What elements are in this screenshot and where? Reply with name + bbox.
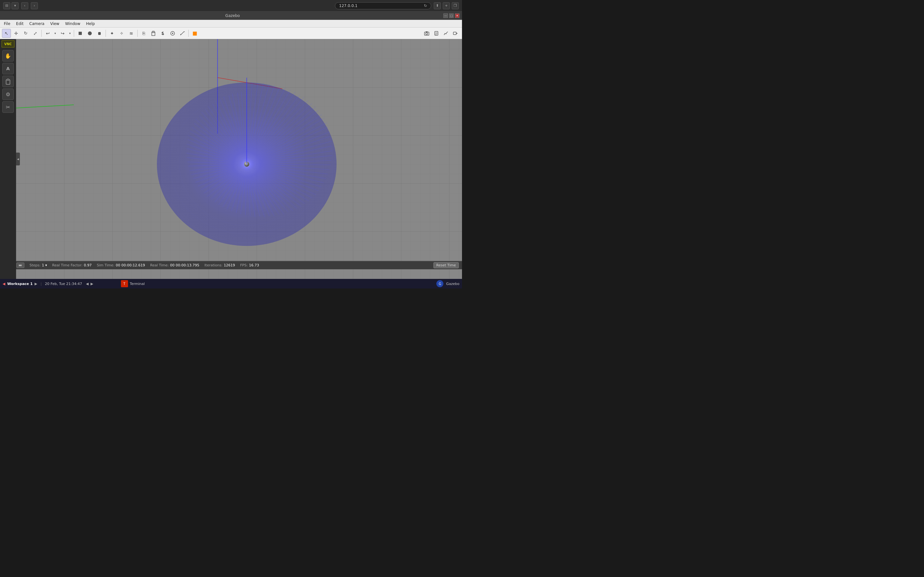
svg-rect-15 <box>426 31 428 32</box>
vnc-logo-text: VNC <box>4 42 11 46</box>
snap-button[interactable] <box>168 29 177 38</box>
svg-line-10 <box>181 32 184 35</box>
translate-tool-button[interactable]: ✛ <box>11 29 21 38</box>
screenshot-button[interactable] <box>422 29 431 38</box>
sim-time-item: Sim Time: 00 00:00:12.619 <box>97 263 145 268</box>
taskbar-left-arrow[interactable]: ◀ <box>3 282 5 286</box>
redo-dropdown-button[interactable]: ▾ <box>68 29 72 38</box>
new-tab-button[interactable]: + <box>443 2 450 9</box>
spot-light-button[interactable]: ✧ <box>117 29 126 38</box>
realtime-factor-label: Real Time Factor: <box>52 263 83 268</box>
orange-button[interactable]: ■ <box>190 29 199 38</box>
align-button[interactable] <box>158 29 168 38</box>
taskbar-nav-prev[interactable]: ◀ <box>86 282 89 286</box>
taskbar-center: T Terminal <box>121 280 145 287</box>
lidar-visualization <box>150 77 343 251</box>
close-button[interactable]: ✕ <box>455 13 459 18</box>
vnc-tools-button[interactable]: ✂ <box>2 101 14 113</box>
taskbar-gazebo-icon[interactable]: G <box>436 280 443 287</box>
measure-button[interactable] <box>178 29 187 38</box>
windows-button[interactable]: ❐ <box>452 2 459 9</box>
rotate-tool-button[interactable]: ↻ <box>21 29 30 38</box>
share-button[interactable]: ⬆ <box>434 2 441 9</box>
vnc-clipboard-button[interactable] <box>2 76 14 87</box>
taskbar-datetime: 20 Feb, Tue 21:34:47 <box>45 282 82 286</box>
gazebo-window-title: Gazebo <box>22 13 443 18</box>
vnc-text-button[interactable]: A <box>2 63 14 74</box>
menu-edit[interactable]: Edit <box>13 21 26 27</box>
real-time-value: 00 00:00:13.795 <box>170 263 199 268</box>
insert-sphere-button[interactable] <box>86 29 94 38</box>
viewport-3d[interactable] <box>16 39 462 279</box>
dropdown-button[interactable]: ▾ <box>11 2 19 9</box>
svg-rect-0 <box>79 32 82 35</box>
vnc-collapse-button[interactable]: ◀ <box>16 153 20 165</box>
undo-button[interactable]: ↩ <box>43 29 52 38</box>
svg-rect-7 <box>162 34 164 35</box>
svg-point-9 <box>172 33 173 34</box>
browser-toolbar-right: ⬆ + ❐ <box>434 2 459 9</box>
step-button[interactable]: ⏭ <box>16 263 24 268</box>
paste-button[interactable] <box>149 29 158 38</box>
video-button[interactable] <box>451 29 460 38</box>
menu-file[interactable]: File <box>1 21 13 27</box>
svg-rect-4 <box>152 31 154 33</box>
browser-nav-buttons: ⊟ ▾ <box>3 2 19 9</box>
scale-tool-button[interactable]: ⤢ <box>31 29 40 38</box>
point-light-button[interactable]: ✦ <box>107 29 116 38</box>
insert-cylinder-button[interactable] <box>95 29 104 38</box>
redo-button[interactable]: ↪ <box>58 29 67 38</box>
undo-dropdown-button[interactable]: ▾ <box>53 29 57 38</box>
real-time-label: Real Time: <box>150 263 169 268</box>
fps-label: FPS: <box>240 263 248 268</box>
back-button[interactable]: ‹ <box>21 2 28 9</box>
svg-rect-6 <box>162 32 163 33</box>
svg-rect-2 <box>98 32 101 35</box>
plot-button[interactable] <box>441 29 451 38</box>
vnc-sidebar: VNC ✋ A ⚙ ✂ ◀ <box>0 39 16 279</box>
menu-camera[interactable]: Camera <box>27 21 47 27</box>
window-controls: — □ ✕ <box>443 13 459 18</box>
vnc-settings-button[interactable]: ⚙ <box>2 89 14 100</box>
svg-point-1 <box>88 31 92 35</box>
address-text: 127.0.0.1 <box>339 3 357 8</box>
realtime-factor-value: 0.97 <box>84 263 92 268</box>
fps-item: FPS: 16.73 <box>240 263 259 268</box>
steps-value: 1 ▾ <box>42 263 47 268</box>
gazebo-menubar: File Edit Camera View Window Help <box>0 20 462 27</box>
taskbar-terminal-icon[interactable]: T <box>121 280 128 287</box>
taskbar-nav-next[interactable]: ▶ <box>90 282 93 286</box>
refresh-icon[interactable]: ↻ <box>424 3 427 8</box>
reset-time-button[interactable]: Reset Time <box>433 262 459 268</box>
svg-rect-132 <box>7 79 9 81</box>
forward-button[interactable]: › <box>31 2 38 9</box>
select-tool-button[interactable]: ↖ <box>2 29 11 38</box>
sim-time-value: 00 00:00:12.619 <box>116 263 145 268</box>
taskbar-terminal-label: Terminal <box>130 282 145 286</box>
minimize-button[interactable]: — <box>443 13 448 18</box>
taskbar-left: ◀ Workspace 1 ▶ | 20 Feb, Tue 21:34:47 ◀… <box>3 282 94 286</box>
address-bar[interactable]: 127.0.0.1 ↻ <box>335 2 431 9</box>
main-content: VNC ✋ A ⚙ ✂ ◀ ⏸ ⏭ Steps: 1 ▾ Real Time F… <box>0 39 462 279</box>
menu-window[interactable]: Window <box>63 21 83 27</box>
iterations-value: 12619 <box>224 263 235 268</box>
steps-label: Steps: <box>29 263 40 268</box>
gazebo-statusbar: ⏸ ⏭ Steps: 1 ▾ Real Time Factor: 0.97 Si… <box>0 261 462 269</box>
fps-value: 16.73 <box>249 263 259 268</box>
svg-rect-20 <box>453 32 456 35</box>
copy-button[interactable]: ⎘ <box>139 29 148 38</box>
real-time-item: Real Time: 00 00:00:13.795 <box>150 263 199 268</box>
sim-time-label: Sim Time: <box>97 263 115 268</box>
tab-toggle-button[interactable]: ⊟ <box>3 2 10 9</box>
menu-view[interactable]: View <box>47 21 61 27</box>
maximize-button[interactable]: □ <box>449 13 454 18</box>
toolbar-sep-2 <box>74 30 74 37</box>
steps-item: Steps: 1 ▾ <box>29 263 47 268</box>
vnc-hand-button[interactable]: ✋ <box>2 50 14 61</box>
directional-light-button[interactable]: ≋ <box>127 29 136 38</box>
menu-help[interactable]: Help <box>83 21 97 27</box>
insert-box-button[interactable] <box>76 29 85 38</box>
log-button[interactable] <box>432 29 441 38</box>
taskbar-right-arrow[interactable]: ▶ <box>35 282 37 286</box>
step-icon: ⏭ <box>19 263 22 268</box>
